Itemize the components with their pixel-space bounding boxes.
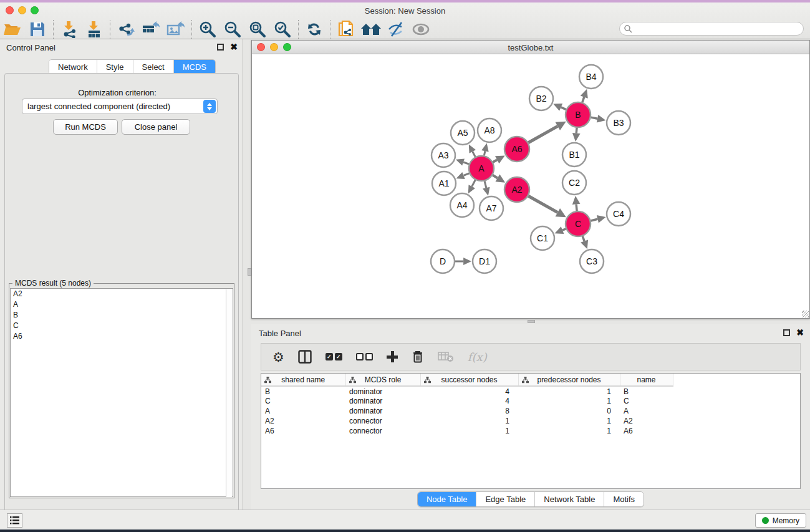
close-panel-icon[interactable]: ✖ — [230, 44, 238, 51]
table-cell[interactable]: 1 — [518, 426, 620, 436]
network-graph-canvas[interactable]: B4B2BB3A8A5A6B1A3AA1C2A2A4A7C4CC1C3DD1 — [252, 54, 809, 318]
graph-node-A4[interactable]: A4 — [450, 193, 474, 217]
close-panel-button[interactable]: Close panel — [122, 119, 190, 135]
graph-node-A3[interactable]: A3 — [432, 143, 455, 167]
table-cell[interactable]: A — [620, 406, 673, 416]
graph-edge-C-C3[interactable] — [581, 236, 588, 249]
graph-edge-B-B1[interactable] — [572, 128, 581, 142]
table-cell[interactable]: 1 — [518, 396, 620, 406]
save-session-icon[interactable] — [25, 18, 50, 41]
graph-edge-B-B2[interactable] — [553, 104, 566, 111]
add-icon[interactable] — [387, 351, 398, 362]
memory-button[interactable]: Memory — [755, 513, 806, 528]
graph-edge-C-C1[interactable] — [554, 226, 566, 234]
export-table-icon[interactable] — [138, 18, 163, 41]
table-cell[interactable]: dominator — [345, 386, 420, 396]
column-predecessor-nodes[interactable]: predecessor nodes — [518, 374, 620, 386]
graph-edge-B-B3[interactable] — [591, 115, 606, 122]
table-cell[interactable]: connector — [345, 416, 420, 426]
column-name[interactable]: name — [620, 374, 673, 386]
graph-node-B3[interactable]: B3 — [607, 111, 630, 135]
mcds-result-item[interactable]: A2 — [11, 289, 233, 299]
graph-edge-A-A3[interactable] — [456, 158, 469, 165]
graph-node-B2[interactable]: B2 — [529, 87, 553, 110]
tab-node-table[interactable]: Node Table — [418, 492, 477, 506]
vertical-scrollbar-thumb[interactable] — [248, 268, 251, 276]
column-successor-nodes[interactable]: successor nodes — [420, 374, 518, 386]
table-row[interactable]: Adominator80A — [261, 406, 673, 416]
criterion-dropdown[interactable]: largest connected component (directed) — [22, 99, 218, 114]
home-icon[interactable] — [359, 18, 383, 41]
table-cell[interactable]: A2 — [620, 416, 673, 426]
table-cell[interactable]: 1 — [518, 416, 620, 426]
resize-grip-icon[interactable] — [802, 311, 809, 317]
node-table[interactable]: shared name MCDS role successor nodes pr… — [261, 373, 801, 489]
zoom-out-icon[interactable] — [220, 18, 245, 41]
graph-node-D[interactable]: D — [431, 249, 455, 273]
graph-edge-A-A2[interactable] — [493, 175, 505, 183]
graph-node-B1[interactable]: B1 — [562, 143, 586, 167]
table-cell[interactable]: connector — [345, 426, 420, 436]
table-row[interactable]: A2connector11A2 — [261, 416, 673, 426]
graph-node-A6[interactable]: A6 — [504, 137, 529, 162]
graph-node-A7[interactable]: A7 — [480, 196, 503, 220]
table-cell[interactable]: A — [261, 406, 345, 416]
refresh-icon[interactable] — [302, 18, 327, 41]
table-cell[interactable]: A6 — [261, 426, 345, 436]
graph-node-C[interactable]: C — [566, 211, 591, 236]
import-network-icon[interactable] — [57, 18, 82, 41]
graph-edge-D-D1[interactable] — [455, 258, 471, 265]
tab-edge-table[interactable]: Edge Table — [476, 492, 535, 506]
mcds-result-list[interactable]: A2ABCA6 — [10, 288, 233, 497]
graph-edge-B-B4[interactable] — [581, 89, 588, 102]
graph-node-A1[interactable]: A1 — [432, 172, 456, 195]
graph-node-C1[interactable]: C1 — [531, 226, 554, 250]
table-header-row[interactable]: shared name MCDS role successor nodes pr… — [261, 374, 673, 386]
graph-node-C3[interactable]: C3 — [580, 249, 604, 273]
graph-node-B[interactable]: B — [566, 102, 591, 127]
tab-mcds[interactable]: MCDS — [174, 60, 215, 74]
horizontal-scrollbar-thumb[interactable] — [528, 320, 535, 323]
mcds-result-item[interactable]: B — [11, 310, 233, 321]
export-image-icon[interactable] — [163, 18, 188, 41]
tab-network[interactable]: Network — [49, 60, 97, 74]
float-panel-icon[interactable] — [783, 329, 790, 336]
delete-table-icon[interactable] — [438, 351, 454, 362]
table-cell[interactable]: 8 — [420, 406, 518, 416]
zoom-selected-icon[interactable] — [270, 18, 295, 41]
graph-edge-C-C2[interactable] — [572, 196, 581, 211]
graph-node-C2[interactable]: C2 — [562, 171, 586, 195]
table-cell[interactable]: 1 — [420, 426, 518, 436]
graph-edge-A2-C[interactable] — [528, 196, 566, 217]
table-cell[interactable]: A6 — [620, 426, 673, 436]
scrollbar-track[interactable] — [226, 289, 232, 497]
column-mcds-role[interactable]: MCDS role — [345, 374, 420, 386]
eye-icon[interactable] — [408, 18, 433, 41]
zoom-fit-icon[interactable] — [245, 18, 270, 41]
graph-edge-A-A1[interactable] — [456, 172, 469, 179]
search-input[interactable] — [632, 23, 803, 34]
function-builder-icon[interactable]: f(x) — [468, 351, 487, 364]
deselect-all-icon[interactable] — [356, 353, 373, 360]
table-cell[interactable]: A2 — [261, 416, 345, 426]
mcds-result-item[interactable]: A6 — [11, 331, 233, 342]
graph-node-A8[interactable]: A8 — [478, 118, 501, 142]
table-cell[interactable]: dominator — [345, 406, 420, 416]
graph-node-B4[interactable]: B4 — [579, 65, 603, 89]
table-cell[interactable]: 1 — [420, 416, 518, 426]
table-cell[interactable]: 4 — [420, 386, 518, 396]
graph-edge-A-A6[interactable] — [493, 156, 504, 164]
table-row[interactable]: Bdominator41B — [261, 386, 673, 396]
table-cell[interactable]: C — [261, 396, 345, 406]
table-cell[interactable]: B — [261, 386, 345, 396]
graph-edge-A-A7[interactable] — [483, 181, 489, 195]
show-graphics-details-icon[interactable] — [383, 18, 408, 41]
mcds-result-item[interactable]: C — [11, 321, 233, 331]
table-cell[interactable]: 4 — [420, 396, 518, 406]
import-table-icon[interactable] — [82, 18, 107, 41]
graph-node-D1[interactable]: D1 — [473, 249, 496, 273]
table-cell[interactable]: C — [620, 396, 673, 406]
table-row[interactable]: Cdominator41C — [261, 396, 673, 406]
close-panel-icon[interactable]: ✖ — [796, 329, 804, 336]
tab-select[interactable]: Select — [133, 60, 174, 74]
